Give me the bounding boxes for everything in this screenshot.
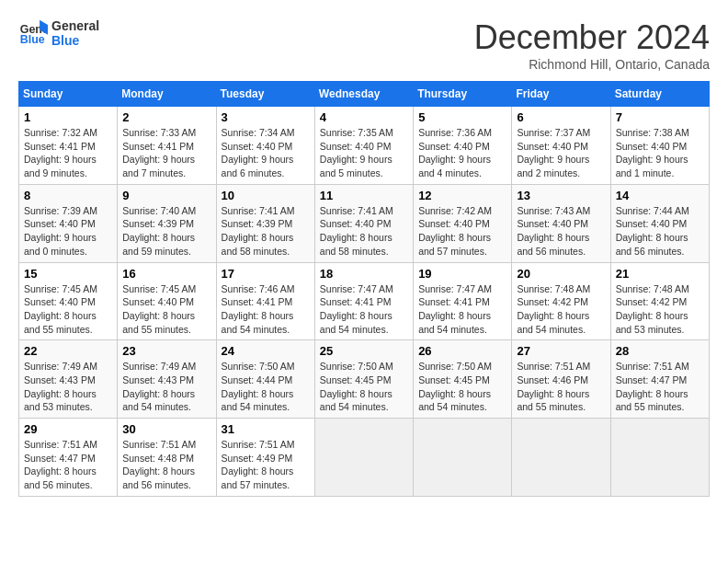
- day-number: 21: [616, 267, 704, 281]
- day-info: Sunrise: 7:51 AM Sunset: 4:47 PM Dayligh…: [616, 360, 704, 414]
- empty-cell: [512, 419, 610, 497]
- day-cell-2: 2 Sunrise: 7:33 AM Sunset: 4:41 PM Dayli…: [118, 107, 216, 185]
- day-cell-27: 27 Sunrise: 7:51 AM Sunset: 4:46 PM Dayl…: [512, 340, 610, 419]
- day-info: Sunrise: 7:48 AM Sunset: 4:42 PM Dayligh…: [616, 282, 704, 337]
- empty-cell: [610, 419, 709, 497]
- day-info: Sunrise: 7:51 AM Sunset: 4:47 PM Dayligh…: [24, 438, 112, 492]
- day-cell-8: 8 Sunrise: 7:39 AM Sunset: 4:40 PM Dayli…: [19, 184, 118, 262]
- day-info: Sunrise: 7:46 AM Sunset: 4:41 PM Dayligh…: [222, 282, 310, 337]
- day-number: 4: [320, 110, 408, 124]
- day-info: Sunrise: 7:37 AM Sunset: 4:40 PM Dayligh…: [517, 126, 605, 180]
- day-cell-19: 19 Sunrise: 7:47 AM Sunset: 4:41 PM Dayl…: [414, 262, 512, 340]
- day-cell-12: 12 Sunrise: 7:42 AM Sunset: 4:40 PM Dayl…: [414, 184, 512, 262]
- day-number: 18: [320, 267, 408, 281]
- day-number: 27: [517, 344, 605, 358]
- day-number: 19: [418, 267, 506, 281]
- day-info: Sunrise: 7:35 AM Sunset: 4:40 PM Dayligh…: [320, 126, 408, 180]
- day-number: 12: [418, 189, 506, 202]
- day-cell-13: 13 Sunrise: 7:43 AM Sunset: 4:40 PM Dayl…: [512, 184, 610, 262]
- day-cell-16: 16 Sunrise: 7:45 AM Sunset: 4:40 PM Dayl…: [118, 262, 216, 340]
- day-info: Sunrise: 7:45 AM Sunset: 4:40 PM Dayligh…: [24, 282, 112, 337]
- empty-cell: [314, 419, 413, 497]
- day-info: Sunrise: 7:44 AM Sunset: 4:40 PM Dayligh…: [616, 204, 704, 259]
- day-number: 2: [122, 110, 210, 124]
- day-info: Sunrise: 7:50 AM Sunset: 4:45 PM Dayligh…: [320, 360, 408, 414]
- day-number: 16: [122, 267, 210, 281]
- day-cell-28: 28 Sunrise: 7:51 AM Sunset: 4:47 PM Dayl…: [610, 340, 709, 419]
- day-cell-31: 31 Sunrise: 7:51 AM Sunset: 4:49 PM Dayl…: [216, 419, 314, 497]
- day-info: Sunrise: 7:41 AM Sunset: 4:40 PM Dayligh…: [320, 204, 408, 259]
- day-number: 14: [616, 189, 704, 202]
- day-cell-20: 20 Sunrise: 7:48 AM Sunset: 4:42 PM Dayl…: [512, 262, 610, 340]
- day-cell-6: 6 Sunrise: 7:37 AM Sunset: 4:40 PM Dayli…: [512, 107, 610, 185]
- day-info: Sunrise: 7:49 AM Sunset: 4:43 PM Dayligh…: [24, 360, 112, 414]
- day-number: 25: [320, 344, 408, 358]
- day-number: 30: [122, 422, 210, 436]
- day-cell-5: 5 Sunrise: 7:36 AM Sunset: 4:40 PM Dayli…: [414, 107, 512, 185]
- day-number: 31: [222, 422, 310, 436]
- day-info: Sunrise: 7:43 AM Sunset: 4:40 PM Dayligh…: [517, 204, 605, 259]
- logo-icon: General Blue: [18, 18, 48, 48]
- day-number: 7: [616, 110, 704, 124]
- logo-line2: Blue: [51, 33, 99, 48]
- header-sunday: Sunday: [19, 82, 118, 107]
- calendar-week-row: 8 Sunrise: 7:39 AM Sunset: 4:40 PM Dayli…: [19, 184, 710, 262]
- day-info: Sunrise: 7:47 AM Sunset: 4:41 PM Dayligh…: [320, 282, 408, 337]
- day-cell-11: 11 Sunrise: 7:41 AM Sunset: 4:40 PM Dayl…: [314, 184, 413, 262]
- day-cell-23: 23 Sunrise: 7:49 AM Sunset: 4:43 PM Dayl…: [118, 340, 216, 419]
- day-info: Sunrise: 7:34 AM Sunset: 4:40 PM Dayligh…: [222, 126, 310, 180]
- day-cell-24: 24 Sunrise: 7:50 AM Sunset: 4:44 PM Dayl…: [216, 340, 314, 419]
- day-info: Sunrise: 7:51 AM Sunset: 4:49 PM Dayligh…: [222, 438, 310, 492]
- day-info: Sunrise: 7:50 AM Sunset: 4:45 PM Dayligh…: [418, 360, 506, 414]
- day-cell-4: 4 Sunrise: 7:35 AM Sunset: 4:40 PM Dayli…: [314, 107, 413, 185]
- calendar-table: Sunday Monday Tuesday Wednesday Thursday…: [18, 81, 710, 497]
- day-info: Sunrise: 7:33 AM Sunset: 4:41 PM Dayligh…: [122, 126, 210, 180]
- day-info: Sunrise: 7:49 AM Sunset: 4:43 PM Dayligh…: [122, 360, 210, 414]
- header-friday: Friday: [512, 82, 610, 107]
- day-number: 1: [24, 110, 112, 124]
- day-number: 22: [24, 344, 112, 358]
- day-info: Sunrise: 7:36 AM Sunset: 4:40 PM Dayligh…: [418, 126, 506, 180]
- day-number: 28: [616, 344, 704, 358]
- day-number: 5: [418, 110, 506, 124]
- header: General Blue General Blue December 2024 …: [18, 18, 710, 72]
- day-info: Sunrise: 7:32 AM Sunset: 4:41 PM Dayligh…: [24, 126, 112, 180]
- logo: General Blue General Blue: [18, 18, 99, 48]
- day-cell-30: 30 Sunrise: 7:51 AM Sunset: 4:48 PM Dayl…: [118, 419, 216, 497]
- day-number: 29: [24, 422, 112, 436]
- day-cell-10: 10 Sunrise: 7:41 AM Sunset: 4:39 PM Dayl…: [216, 184, 314, 262]
- svg-text:Blue: Blue: [20, 33, 45, 46]
- day-info: Sunrise: 7:38 AM Sunset: 4:40 PM Dayligh…: [616, 126, 704, 180]
- day-info: Sunrise: 7:48 AM Sunset: 4:42 PM Dayligh…: [517, 282, 605, 337]
- day-cell-17: 17 Sunrise: 7:46 AM Sunset: 4:41 PM Dayl…: [216, 262, 314, 340]
- calendar-week-row: 1 Sunrise: 7:32 AM Sunset: 4:41 PM Dayli…: [19, 107, 710, 185]
- day-info: Sunrise: 7:45 AM Sunset: 4:40 PM Dayligh…: [122, 282, 210, 337]
- day-info: Sunrise: 7:47 AM Sunset: 4:41 PM Dayligh…: [418, 282, 506, 337]
- day-cell-26: 26 Sunrise: 7:50 AM Sunset: 4:45 PM Dayl…: [414, 340, 512, 419]
- day-cell-7: 7 Sunrise: 7:38 AM Sunset: 4:40 PM Dayli…: [610, 107, 709, 185]
- day-number: 13: [517, 189, 605, 202]
- day-number: 20: [517, 267, 605, 281]
- day-number: 11: [320, 189, 408, 202]
- day-info: Sunrise: 7:50 AM Sunset: 4:44 PM Dayligh…: [222, 360, 310, 414]
- day-info: Sunrise: 7:51 AM Sunset: 4:46 PM Dayligh…: [517, 360, 605, 414]
- day-cell-29: 29 Sunrise: 7:51 AM Sunset: 4:47 PM Dayl…: [19, 419, 118, 497]
- calendar-week-row: 29 Sunrise: 7:51 AM Sunset: 4:47 PM Dayl…: [19, 419, 710, 497]
- day-number: 10: [222, 189, 310, 202]
- calendar-week-row: 22 Sunrise: 7:49 AM Sunset: 4:43 PM Dayl…: [19, 340, 710, 419]
- day-number: 3: [222, 110, 310, 124]
- day-cell-15: 15 Sunrise: 7:45 AM Sunset: 4:40 PM Dayl…: [19, 262, 118, 340]
- day-cell-9: 9 Sunrise: 7:40 AM Sunset: 4:39 PM Dayli…: [118, 184, 216, 262]
- day-number: 9: [122, 189, 210, 202]
- day-info: Sunrise: 7:40 AM Sunset: 4:39 PM Dayligh…: [122, 204, 210, 259]
- day-cell-25: 25 Sunrise: 7:50 AM Sunset: 4:45 PM Dayl…: [314, 340, 413, 419]
- day-info: Sunrise: 7:41 AM Sunset: 4:39 PM Dayligh…: [222, 204, 310, 259]
- day-number: 24: [222, 344, 310, 358]
- day-info: Sunrise: 7:39 AM Sunset: 4:40 PM Dayligh…: [24, 204, 112, 259]
- day-number: 8: [24, 189, 112, 202]
- day-number: 6: [517, 110, 605, 124]
- month-title: December 2024: [474, 18, 710, 57]
- day-number: 23: [122, 344, 210, 358]
- day-number: 17: [222, 267, 310, 281]
- calendar-body: 1 Sunrise: 7:32 AM Sunset: 4:41 PM Dayli…: [19, 107, 710, 497]
